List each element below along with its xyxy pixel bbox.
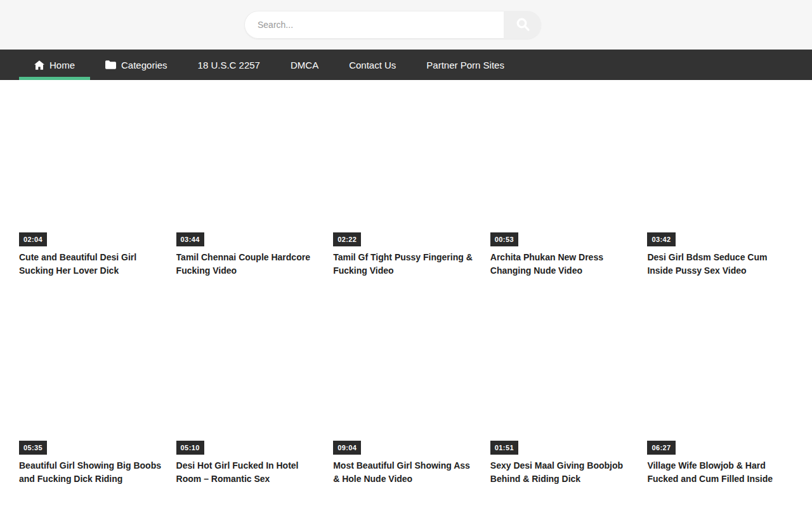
video-title-link[interactable]: Sexy Desi Maal Giving Boobjob Behind & R… [490, 459, 636, 486]
video-title-link[interactable]: Desi Hot Girl Fucked In Hotel Room – Rom… [176, 459, 322, 486]
video-card: 03:44 Tamil Chennai Couple Hardcore Fuck… [176, 86, 322, 277]
duration-badge: 01:51 [490, 441, 518, 455]
duration-badge: 03:42 [647, 232, 675, 246]
top-search-bar [0, 0, 812, 50]
video-thumbnail[interactable]: 00:53 [490, 86, 636, 246]
video-title-link[interactable]: Archita Phukan New Dress Changing Nude V… [490, 251, 636, 277]
video-thumbnail[interactable]: 05:35 [19, 295, 165, 455]
nav-item-partner-porn-sites[interactable]: Partner Porn Sites [411, 50, 520, 80]
video-card: 06:27 Village Wife Blowjob & Hard Fucked… [647, 295, 793, 486]
video-thumbnail[interactable]: 03:42 [647, 86, 793, 246]
nav-item-label: 18 U.S.C 2257 [198, 60, 260, 70]
main-navigation: Home Categories 18 U.S.C 2257 DMCA Conta… [0, 50, 812, 80]
video-title-link[interactable]: Most Beautiful Girl Showing Ass & Hole N… [333, 459, 479, 486]
search-form [244, 11, 541, 39]
video-thumbnail[interactable]: 02:04 [19, 86, 165, 246]
nav-item-contact-us[interactable]: Contact Us [334, 50, 411, 80]
video-thumbnail[interactable]: 09:04 [333, 295, 479, 455]
nav-item-home[interactable]: Home [19, 50, 90, 80]
duration-badge: 05:35 [19, 441, 47, 455]
nav-item-label: DMCA [291, 60, 318, 70]
folder-icon [105, 60, 116, 69]
nav-item-18-u-s-c-2257[interactable]: 18 U.S.C 2257 [183, 50, 275, 80]
video-card: 02:04 Cute and Beautiful Desi Girl Sucki… [19, 86, 165, 277]
nav-item-categories[interactable]: Categories [90, 50, 183, 80]
duration-badge: 05:10 [176, 441, 204, 455]
video-title-link[interactable]: Village Wife Blowjob & Hard Fucked and C… [647, 459, 793, 486]
video-title-link[interactable]: Tamil Gf Tight Pussy Fingering & Fucking… [333, 251, 479, 277]
home-icon [34, 60, 44, 70]
video-thumbnail[interactable]: 02:22 [333, 86, 479, 246]
video-grid: 02:04 Cute and Beautiful Desi Girl Sucki… [19, 86, 793, 486]
duration-badge: 00:53 [490, 232, 518, 246]
video-thumbnail[interactable]: 03:44 [176, 86, 322, 246]
search-button[interactable] [504, 11, 541, 39]
video-thumbnail[interactable]: 06:27 [647, 295, 793, 455]
video-title-link[interactable]: Beautiful Girl Showing Big Boobs and Fuc… [19, 459, 165, 486]
nav-item-label: Contact Us [349, 60, 396, 70]
video-card: 05:10 Desi Hot Girl Fucked In Hotel Room… [176, 295, 322, 486]
magnifier-icon [515, 17, 530, 34]
video-title-link[interactable]: Tamil Chennai Couple Hardcore Fucking Vi… [176, 251, 322, 277]
duration-badge: 03:44 [176, 232, 204, 246]
video-card: 05:35 Beautiful Girl Showing Big Boobs a… [19, 295, 165, 486]
video-title-link[interactable]: Cute and Beautiful Desi Girl Sucking Her… [19, 251, 165, 277]
video-title-link[interactable]: Desi Girl Bdsm Seduce Cum Inside Pussy S… [647, 251, 793, 277]
nav-item-label: Home [49, 60, 75, 70]
duration-badge: 06:27 [647, 441, 675, 455]
video-card: 03:42 Desi Girl Bdsm Seduce Cum Inside P… [647, 86, 793, 277]
nav-item-dmca[interactable]: DMCA [275, 50, 334, 80]
video-thumbnail[interactable]: 05:10 [176, 295, 322, 455]
nav-item-label: Partner Porn Sites [426, 60, 504, 70]
duration-badge: 09:04 [333, 441, 361, 455]
search-input[interactable] [244, 11, 504, 39]
video-thumbnail[interactable]: 01:51 [490, 295, 636, 455]
duration-badge: 02:04 [19, 232, 47, 246]
video-card: 00:53 Archita Phukan New Dress Changing … [490, 86, 636, 277]
duration-badge: 02:22 [333, 232, 361, 246]
video-card: 01:51 Sexy Desi Maal Giving Boobjob Behi… [490, 295, 636, 486]
nav-item-label: Categories [121, 60, 167, 70]
video-card: 09:04 Most Beautiful Girl Showing Ass & … [333, 295, 479, 486]
video-card: 02:22 Tamil Gf Tight Pussy Fingering & F… [333, 86, 479, 277]
